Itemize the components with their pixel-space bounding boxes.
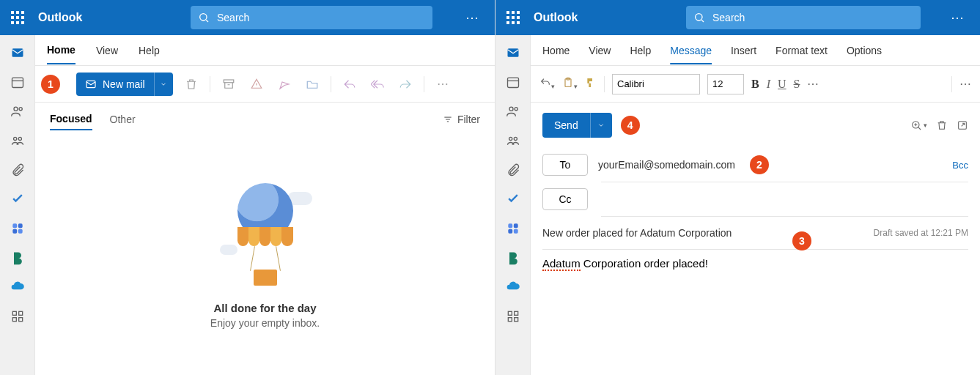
tab-options[interactable]: Options xyxy=(847,37,882,64)
rail-onedrive-icon[interactable] xyxy=(6,275,29,299)
tab-home[interactable]: Home xyxy=(542,37,570,64)
inbox-tab-row: Focused Other Filter xyxy=(35,103,495,136)
to-value[interactable]: yourEmail@somedomain.com xyxy=(598,159,735,171)
tab-help[interactable]: Help xyxy=(630,37,651,64)
italic-button[interactable]: I xyxy=(767,78,770,91)
move-icon[interactable] xyxy=(303,75,322,94)
rail-todo-icon[interactable] xyxy=(6,188,29,211)
format-more-icon[interactable]: ⋯ xyxy=(807,77,819,91)
search-box[interactable] xyxy=(191,6,432,29)
rail-calendar-icon[interactable] xyxy=(501,70,525,94)
rail-people-icon[interactable] xyxy=(501,100,525,123)
brand-label: Outlook xyxy=(38,11,82,24)
tab-view[interactable]: View xyxy=(96,37,118,64)
reply-all-icon[interactable] xyxy=(368,75,387,94)
svg-point-5 xyxy=(14,107,18,111)
discard-icon[interactable] xyxy=(936,119,948,131)
tab-view[interactable]: View xyxy=(589,37,611,64)
rail-people-icon[interactable] xyxy=(6,100,29,123)
tab-format-text[interactable]: Format text xyxy=(775,37,828,64)
underline-button[interactable]: U xyxy=(778,78,786,91)
to-button[interactable]: To xyxy=(542,154,588,176)
format-toolbar: ▾ ▾ B I U S ⋯ ⋯ xyxy=(531,66,980,103)
new-mail-dropdown[interactable] xyxy=(154,73,173,96)
reply-icon[interactable] xyxy=(340,75,359,94)
undo-icon[interactable]: ▾ xyxy=(539,77,555,92)
svg-rect-25 xyxy=(507,78,518,87)
report-icon[interactable] xyxy=(247,75,266,94)
balloon-illustration xyxy=(221,183,309,293)
search-icon xyxy=(693,12,705,23)
font-size-select[interactable] xyxy=(707,74,744,94)
svg-point-7 xyxy=(13,137,16,140)
rail-apps-grid-icon[interactable] xyxy=(501,305,525,328)
archive-icon[interactable] xyxy=(219,75,238,94)
overflow-more-icon[interactable]: ⋯ xyxy=(959,77,971,91)
format-painter-icon[interactable] xyxy=(585,77,597,92)
toolbar-more-icon[interactable]: ⋯ xyxy=(433,75,452,94)
search-input[interactable] xyxy=(215,11,425,24)
tab-focused[interactable]: Focused xyxy=(50,108,92,130)
rail-mail-icon[interactable] xyxy=(501,41,525,64)
svg-point-6 xyxy=(19,108,22,111)
new-mail-button[interactable]: New mail xyxy=(76,73,173,96)
svg-rect-37 xyxy=(508,318,512,322)
mail-icon xyxy=(85,78,97,90)
rail-calendar-icon[interactable] xyxy=(6,70,29,94)
title-bar: Outlook ⋯ xyxy=(0,0,495,35)
send-dropdown[interactable] xyxy=(590,113,612,138)
rail-apps-grid-icon[interactable] xyxy=(6,305,29,328)
rail-more-app-icon[interactable] xyxy=(501,217,525,240)
popout-icon[interactable] xyxy=(957,119,968,131)
rail-groups-icon[interactable] xyxy=(501,129,525,152)
rail-todo-icon[interactable] xyxy=(501,188,525,211)
header-more-icon[interactable]: ⋯ xyxy=(458,10,486,26)
sweep-icon[interactable] xyxy=(275,75,294,94)
compose-pane: Send 4 ▾ To yourEmail@somedomain.com 2 B… xyxy=(531,103,980,375)
rail-onedrive-icon[interactable] xyxy=(501,275,525,299)
tab-help[interactable]: Help xyxy=(139,37,160,64)
strikethrough-button[interactable]: S xyxy=(794,78,800,91)
svg-rect-24 xyxy=(507,48,518,57)
cc-button[interactable]: Cc xyxy=(542,188,588,210)
svg-rect-13 xyxy=(12,311,16,315)
svg-rect-32 xyxy=(513,223,517,228)
app-launcher-icon[interactable] xyxy=(501,6,525,29)
rail-app-b-icon[interactable] xyxy=(501,246,525,270)
brand-label: Outlook xyxy=(534,11,578,24)
tab-home[interactable]: Home xyxy=(47,37,75,64)
forward-icon[interactable] xyxy=(396,75,415,94)
rail-app-b-icon[interactable] xyxy=(6,246,29,270)
rail-more-app-icon[interactable] xyxy=(6,217,29,240)
subject-input[interactable]: New order placed for Adatum Corporation xyxy=(542,227,732,239)
delete-icon[interactable] xyxy=(182,75,201,94)
search-box[interactable] xyxy=(686,6,921,29)
rail-files-icon[interactable] xyxy=(6,158,29,182)
message-body[interactable]: Adatum Corporation order placed! xyxy=(531,250,980,277)
new-mail-label: New mail xyxy=(103,78,145,90)
filter-button[interactable]: Filter xyxy=(443,114,480,125)
svg-point-8 xyxy=(18,137,21,140)
svg-point-28 xyxy=(515,108,517,111)
header-more-icon[interactable]: ⋯ xyxy=(943,10,971,26)
search-input[interactable] xyxy=(711,11,913,24)
svg-rect-18 xyxy=(224,80,234,83)
search-icon xyxy=(198,12,210,23)
send-button[interactable]: Send xyxy=(542,113,612,138)
empty-inbox-state: All done for the day Enjoy your empty in… xyxy=(35,136,495,375)
outlook-inbox-window: Outlook ⋯ Home View Help xyxy=(0,0,495,375)
zoom-icon[interactable]: ▾ xyxy=(910,119,927,131)
app-launcher-icon[interactable] xyxy=(6,6,29,29)
outlook-compose-window: Outlook ⋯ Home View Help Message xyxy=(495,0,980,375)
rail-files-icon[interactable] xyxy=(501,158,525,182)
rail-mail-icon[interactable] xyxy=(6,41,29,64)
tab-insert[interactable]: Insert xyxy=(731,37,756,64)
callout-3: 3 xyxy=(792,231,811,250)
tab-other[interactable]: Other xyxy=(110,109,136,130)
rail-groups-icon[interactable] xyxy=(6,129,29,152)
paste-icon[interactable]: ▾ xyxy=(562,77,578,92)
bold-button[interactable]: B xyxy=(751,78,759,91)
tab-message[interactable]: Message xyxy=(670,37,712,64)
bcc-button[interactable]: Bcc xyxy=(952,160,968,171)
font-family-select[interactable] xyxy=(612,74,700,94)
